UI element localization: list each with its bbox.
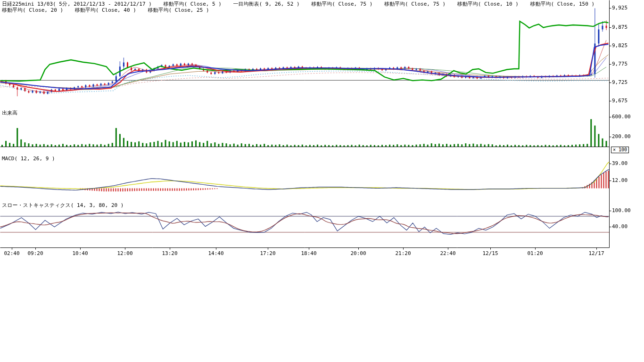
indicator-label-ma25: 移動平均( Close, 25 ) — [148, 7, 209, 13]
stochastics-panel-label: スロー・ストキャスティクス( 14, 3, 80, 20 ) — [2, 202, 124, 209]
multiplier-badge: × 100 — [611, 147, 629, 153]
x-tick-label: 02:40 — [4, 251, 19, 256]
indicator-label-ichimoku: 一目均衡表( 9, 26, 52 ) — [233, 1, 300, 7]
indicator-label-ma40: 移動平均( Close, 40 ) — [75, 7, 136, 13]
stoch-tick-label: 40.00 — [612, 224, 627, 230]
volume-tick-label: 200.00 — [612, 134, 631, 140]
stoch-tick-label: 100.00 — [612, 208, 631, 214]
x-tick-label: 10:40 — [72, 251, 88, 256]
x-tick-label: 17:20 — [260, 251, 275, 256]
x-tick-label: 01:20 — [527, 251, 543, 256]
macd-tick-label: 12.00 — [612, 178, 627, 183]
x-tick-label: 22:40 — [440, 251, 455, 256]
volume-tick-label: 600.00 — [612, 114, 631, 120]
x-tick-label: 09:20 — [27, 251, 43, 256]
price-tick-label: 9,775 — [612, 61, 627, 67]
indicator-label-ma75b: 移動平均( Close, 75 ) — [384, 1, 446, 7]
indicator-label-ma75a: 移動平均( Close, 75 ) — [311, 1, 372, 7]
x-tick-label: 12:00 — [117, 251, 132, 256]
x-tick-label: 20:00 — [350, 251, 366, 256]
volume-panel-label: 出来高 — [2, 109, 17, 116]
chart-canvas — [0, 0, 644, 264]
x-tick-label: 21:20 — [395, 251, 411, 256]
price-tick-label: 9,925 — [612, 5, 627, 11]
indicator-label-ma150: 移動平均( Close, 150 ) — [530, 1, 594, 7]
price-tick-label: 9,675 — [612, 98, 627, 104]
price-tick-label: 9,725 — [612, 80, 627, 85]
header-line-2: 移動平均( Close, 20 ) 移動平均( Close, 40 ) 移動平均… — [2, 7, 218, 14]
price-tick-label: 9,875 — [612, 25, 627, 30]
indicator-label-ma10: 移動平均( Close, 10 ) — [457, 1, 519, 7]
chart-screen: 日経225mini 13/03( 5分, 2012/12/13 - 2012/1… — [0, 0, 644, 362]
x-tick-label: 12/17 — [588, 251, 604, 256]
x-tick-label: 13:20 — [162, 251, 177, 256]
price-tick-label: 9,825 — [612, 43, 627, 49]
x-tick-label: 18:40 — [301, 251, 316, 256]
macd-panel-label: MACD( 12, 26, 9 ) — [2, 156, 55, 162]
indicator-label-ma20: 移動平均( Close, 20 ) — [2, 7, 63, 13]
x-tick-label: 12/15 — [482, 251, 498, 256]
macd-tick-label: 39.00 — [612, 161, 627, 166]
x-tick-label: 14:40 — [208, 251, 223, 256]
